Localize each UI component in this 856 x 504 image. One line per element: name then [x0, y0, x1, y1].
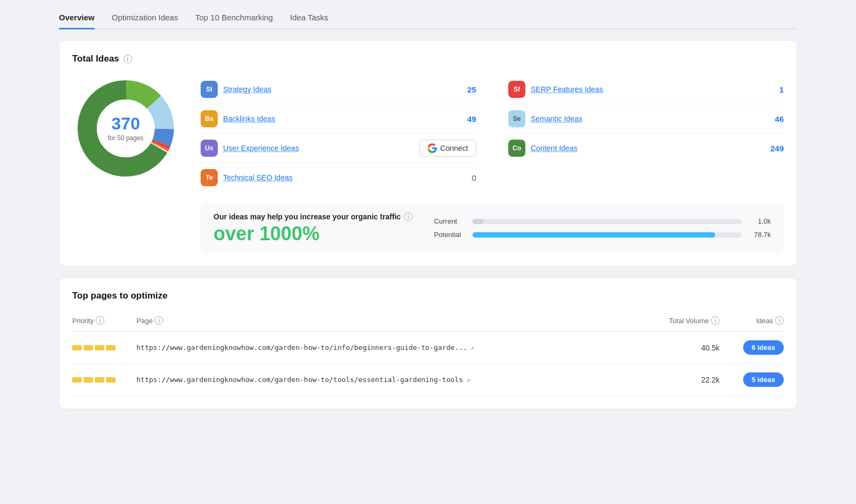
- priority-bar: [106, 377, 116, 383]
- technical-count: 0: [460, 173, 476, 182]
- external-link-icon[interactable]: ↗: [470, 344, 474, 352]
- backlinks-badge: Ba: [201, 110, 218, 127]
- priority-bar: [72, 377, 82, 383]
- connect-label: Connect: [440, 144, 468, 152]
- organic-info-icon[interactable]: i: [404, 212, 412, 221]
- volume-info-icon[interactable]: i: [711, 316, 720, 325]
- external-link-icon[interactable]: ↗: [466, 376, 470, 384]
- col-volume-label: Total Volume: [669, 317, 709, 325]
- idea-row-backlinks: Ba Backlinks Ideas 49: [201, 104, 476, 134]
- donut-subtitle: for 50 pages: [108, 134, 144, 142]
- strategy-badge: St: [201, 81, 218, 98]
- potential-value: 78.7k: [748, 231, 771, 239]
- priority-bars-row1: [72, 345, 116, 350]
- ideas-section: St Strategy Ideas 25 Ba Backlinks Ideas …: [201, 75, 784, 253]
- ideas-info-icon[interactable]: i: [775, 316, 784, 325]
- priority-bar: [83, 345, 93, 350]
- tab-optimization[interactable]: Optimization Ideas: [112, 9, 178, 28]
- technical-link[interactable]: Technical SEO Ideas: [223, 173, 455, 182]
- ideas-grid: St Strategy Ideas 25 Ba Backlinks Ideas …: [201, 75, 784, 192]
- potential-bar-fill: [472, 232, 715, 238]
- page-url-row2: https://www.gardeningknowhow.com/garden-…: [136, 376, 470, 384]
- priority-bar: [106, 345, 116, 350]
- total-ideas-title: Total Ideas i: [72, 54, 784, 64]
- backlinks-link[interactable]: Backlinks Ideas: [223, 114, 455, 123]
- semantic-link[interactable]: Semantic Ideas: [531, 114, 762, 123]
- content-count: 249: [768, 144, 784, 153]
- content-badge: Co: [508, 140, 525, 157]
- priority-bars-row2: [72, 377, 116, 383]
- top-pages-card: Top pages to optimize Priority i Page i …: [59, 277, 797, 409]
- serp-badge: Sf: [508, 81, 525, 98]
- ideas-pill-row2[interactable]: 5 ideas: [743, 372, 784, 387]
- organic-percent: over 1000%: [213, 224, 412, 243]
- table-row: https://www.gardeningknowhow.com/garden-…: [72, 332, 784, 364]
- priority-bar: [95, 345, 104, 350]
- semantic-badge: Se: [508, 110, 525, 127]
- ux-badge: Ux: [201, 140, 218, 157]
- table-header: Priority i Page i Total Volume i Ideas i: [72, 312, 784, 332]
- strategy-link[interactable]: Strategy Ideas: [223, 85, 455, 94]
- tab-tasks[interactable]: Idea Tasks: [290, 9, 328, 28]
- total-ideas-info-icon[interactable]: i: [124, 55, 132, 63]
- idea-row-semantic: Se Semantic Ideas 46: [508, 104, 784, 134]
- tab-benchmarking[interactable]: Top 10 Benchmarking: [195, 9, 273, 28]
- technical-badge: Te: [201, 169, 218, 186]
- current-label: Current: [434, 217, 466, 225]
- volume-row1: 40.5k: [701, 343, 720, 352]
- priority-bar: [95, 377, 104, 383]
- current-value: 1.0k: [748, 217, 771, 225]
- serp-link[interactable]: SERP Features Ideas: [531, 85, 762, 94]
- traffic-row-current: Current 1.0k: [434, 217, 771, 225]
- top-pages-title: Top pages to optimize: [72, 291, 784, 301]
- strategy-count: 25: [460, 85, 476, 94]
- priority-bar: [83, 377, 93, 383]
- current-bar-bg: [472, 219, 742, 224]
- potential-label: Potential: [434, 231, 466, 239]
- volume-row2: 22.2k: [701, 376, 720, 384]
- donut-total-count: 370: [108, 115, 144, 132]
- page-info-icon[interactable]: i: [155, 316, 163, 325]
- idea-row-ux: Ux User Experience Ideas Connect: [201, 134, 476, 163]
- idea-row-content: Co Content Ideas 249: [508, 134, 784, 163]
- content-link[interactable]: Content Ideas: [531, 144, 762, 152]
- page-url-row1: https://www.gardeningknowhow.com/garden-…: [136, 343, 475, 352]
- donut-chart: 370 for 50 pages: [72, 75, 179, 182]
- total-ideas-card: Total Ideas i: [59, 40, 797, 266]
- traffic-row-potential: Potential 78.7k: [434, 231, 771, 239]
- current-bar-fill: [472, 219, 483, 224]
- priority-bar: [72, 345, 82, 350]
- ideas-pill-row1[interactable]: 6 ideas: [743, 340, 784, 355]
- serp-count: 1: [768, 85, 784, 94]
- organic-traffic-box: Our ideas may help you increase your org…: [201, 203, 784, 253]
- connect-button[interactable]: Connect: [419, 140, 476, 157]
- ideas-right-col: Sf SERP Features Ideas 1 Se Semantic Ide…: [508, 75, 784, 192]
- idea-row-serp: Sf SERP Features Ideas 1: [508, 75, 784, 104]
- ux-link[interactable]: User Experience Ideas: [223, 144, 414, 152]
- potential-bar-bg: [472, 232, 742, 238]
- priority-info-icon[interactable]: i: [96, 316, 104, 325]
- table-row: https://www.gardeningknowhow.com/garden-…: [72, 364, 784, 396]
- idea-row-technical: Te Technical SEO Ideas 0: [201, 163, 476, 192]
- organic-left: Our ideas may help you increase your org…: [213, 212, 412, 243]
- col-priority-label: Priority: [72, 317, 94, 325]
- organic-title: Our ideas may help you increase your org…: [213, 212, 412, 221]
- idea-row-strategy: St Strategy Ideas 25: [201, 75, 476, 104]
- semantic-count: 46: [768, 114, 784, 124]
- organic-right: Current 1.0k Potential 78: [434, 217, 771, 239]
- ideas-left-col: St Strategy Ideas 25 Ba Backlinks Ideas …: [201, 75, 476, 192]
- google-g-icon: [427, 143, 437, 153]
- tab-overview[interactable]: Overview: [59, 9, 95, 28]
- col-ideas-label: Ideas: [756, 317, 773, 325]
- backlinks-count: 49: [460, 114, 476, 124]
- col-page-label: Page: [136, 317, 152, 325]
- nav-tabs: Overview Optimization Ideas Top 10 Bench…: [59, 0, 797, 29]
